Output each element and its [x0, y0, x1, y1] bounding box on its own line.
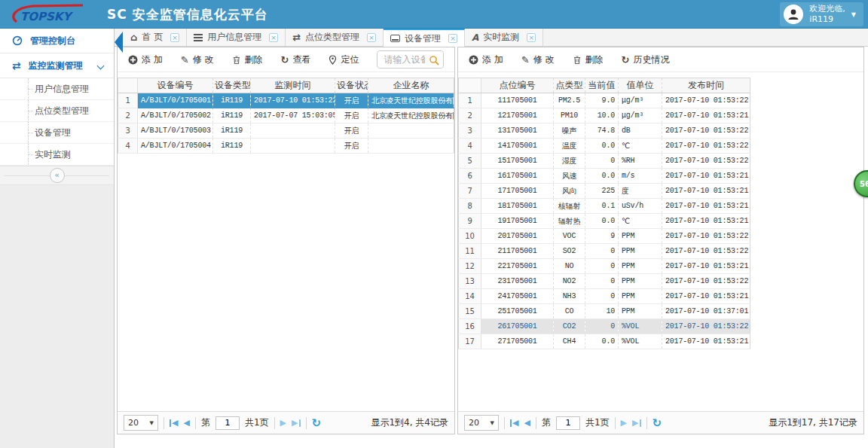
column-header[interactable]: 当前值: [585, 78, 619, 93]
sidebar-item-device[interactable]: 设备管理: [0, 122, 114, 144]
divider: [504, 417, 505, 429]
table-row[interactable]: 12221705001NO0PPM2017-07-10 01:53:21: [459, 259, 750, 274]
last-page-button[interactable]: ▶: [292, 418, 300, 428]
sidebar-section-console[interactable]: 管理控制台: [0, 29, 114, 53]
table-row[interactable]: 1A/BJLT/0/1705001iR1192017-07-10 01:53:2…: [118, 93, 454, 108]
prev-page-button[interactable]: ◀: [524, 418, 530, 428]
close-icon[interactable]: ×: [170, 33, 179, 42]
table-cell: 开启: [335, 139, 368, 154]
table-cell: 161705001: [481, 169, 554, 184]
next-page-button[interactable]: ▶: [621, 418, 627, 428]
table-cell: PPM: [619, 229, 662, 244]
device-search: [377, 50, 444, 69]
delete-button[interactable]: 删除: [232, 53, 263, 66]
table-row[interactable]: 11211705001SO20PPM2017-07-10 01:53:22: [459, 244, 750, 259]
page-number-input[interactable]: [215, 416, 240, 430]
table-row[interactable]: 16261705001CO20%VOL2017-07-10 01:53:22: [459, 319, 750, 334]
column-header[interactable]: 值单位: [619, 78, 662, 93]
home-icon: ⌂: [130, 32, 137, 43]
dashboard-icon: [12, 35, 23, 46]
button-label: 历史情况: [633, 53, 669, 66]
next-page-button[interactable]: ▶: [280, 418, 286, 428]
table-row[interactable]: 8181705001核辐射0.1uSv/h2017-07-10 01:53:21: [459, 199, 750, 214]
table-row[interactable]: 13231705001NO20PPM2017-07-10 01:53:22: [459, 274, 750, 289]
tab-home[interactable]: ⌂ 首 页 ×: [124, 29, 187, 46]
table-cell: A/BJLT/0/1705002: [138, 108, 213, 123]
table-row[interactable]: 10201705001VOC9PPM2017-07-10 01:53:22: [459, 229, 750, 244]
locate-button[interactable]: 定位: [329, 53, 359, 66]
edit-button[interactable]: ✎ 修 改: [521, 53, 555, 66]
table-row[interactable]: 5151705001湿度0%RH2017-07-10 01:53:22: [459, 154, 750, 169]
history-button[interactable]: ↻ 历史情况: [622, 53, 670, 66]
table-row[interactable]: 14241705001NH30PPM2017-07-10 01:53:21: [459, 289, 750, 304]
first-page-button[interactable]: ◀: [510, 418, 518, 428]
page-size-select[interactable]: 20 ▼: [464, 415, 499, 431]
table-cell: 北京凌天世纪控股股份有限公司: [368, 108, 454, 123]
table-row[interactable]: 3131705001噪声74.8dB2017-07-10 01:53:22: [459, 123, 750, 139]
delete-button[interactable]: 删除: [573, 53, 604, 66]
column-header[interactable]: 点类型: [554, 78, 585, 93]
table-row[interactable]: 6161705001风速0.0m/s2017-07-10 01:53:21: [459, 169, 750, 184]
person-icon: [787, 8, 800, 21]
table-row[interactable]: 15251705001CO10PPM2017-07-10 01:37:01: [459, 304, 750, 319]
page-number-input[interactable]: [556, 416, 580, 430]
sidebar-item-point-type[interactable]: 点位类型管理: [0, 100, 114, 122]
sidebar-item-realtime[interactable]: 实时监测: [0, 144, 114, 166]
table-row[interactable]: 9191705001辐射热0.0℃2017-07-10 01:53:21: [459, 214, 750, 229]
table-cell: 251705001: [481, 304, 554, 319]
prev-page-button[interactable]: ◀: [183, 418, 189, 428]
close-icon[interactable]: ×: [269, 33, 278, 42]
tab-user-info[interactable]: 用户信息管理 ×: [187, 29, 286, 46]
tab-device[interactable]: 设备管理 ×: [384, 29, 465, 47]
close-icon[interactable]: ×: [527, 33, 536, 42]
row-number: 2: [118, 108, 138, 123]
column-header[interactable]: 点位编号: [481, 78, 554, 93]
column-header[interactable]: 发布时间: [662, 78, 750, 93]
table-row[interactable]: 17271705001CH40.0%VOL2017-07-10 01:53:21: [459, 334, 750, 349]
table-row[interactable]: 3A/BJLT/0/1705003iR119开启: [118, 123, 454, 139]
search-icon[interactable]: [429, 55, 439, 66]
plus-circle-icon: [469, 55, 478, 65]
refresh-button[interactable]: ↻: [312, 416, 322, 430]
button-label: 删除: [585, 53, 604, 66]
table-row[interactable]: 4141705001温度0.0℃2017-07-10 01:53:22: [459, 139, 750, 154]
first-page-button[interactable]: ◀: [170, 418, 178, 428]
add-button[interactable]: 添 加: [128, 53, 163, 66]
main-area: ⌂ 首 页 × 用户信息管理 × ⇄ 点位类型管理 × 设备管理 × A 实: [115, 29, 868, 448]
column-header[interactable]: 设备类型: [213, 78, 251, 93]
sidebar-collapse[interactable]: «: [0, 166, 114, 185]
sidebar-item-user-info[interactable]: 用户信息管理: [0, 78, 114, 100]
table-cell: 221705001: [481, 259, 554, 274]
edit-button[interactable]: ✎ 修 改: [181, 53, 214, 66]
caret-down-icon: ▼: [851, 11, 856, 18]
view-button[interactable]: ↻ 查看: [281, 53, 311, 66]
close-icon[interactable]: ×: [367, 33, 376, 42]
tab-point-type[interactable]: ⇄ 点位类型管理 ×: [286, 29, 384, 46]
page-size-select[interactable]: 20 ▼: [124, 415, 158, 431]
sidebar-section-monitor[interactable]: ⇄ 监控监测管理: [0, 53, 114, 78]
column-header[interactable]: 监测时间: [251, 78, 335, 93]
tab-realtime[interactable]: A 实时监测 ×: [465, 29, 543, 46]
last-page-button[interactable]: ▶: [632, 418, 640, 428]
collapse-icon[interactable]: «: [50, 168, 65, 183]
table-cell: 2017-07-10 01:53:22: [662, 139, 750, 154]
table-cell: 开启: [335, 93, 368, 108]
column-header[interactable]: 设备状态: [335, 78, 368, 93]
plus-circle-icon: [128, 55, 138, 65]
add-button[interactable]: 添 加: [469, 53, 503, 66]
table-row[interactable]: 4A/BJLT/0/1705004iR119开启: [118, 139, 454, 154]
table-row[interactable]: 7171705001风向225度2017-07-10 01:53:21: [459, 184, 750, 199]
table-row[interactable]: 2121705001PM1010.0μg/m³2017-07-10 01:53:…: [459, 108, 750, 123]
column-header[interactable]: 设备编号: [138, 78, 213, 93]
sidebar-empty-area: [0, 185, 114, 448]
table-cell: 2017-07-10 01:53:21: [662, 108, 750, 123]
caret-down-icon: ▼: [150, 420, 154, 426]
table-row[interactable]: 2A/BJLT/0/1705002iR1192017-07-07 15:03:0…: [118, 108, 454, 123]
next-page-icon: ▶: [280, 418, 286, 428]
table-row[interactable]: 1111705001PM2.59.0μg/m³2017-07-10 01:53:…: [459, 93, 750, 108]
last-page-icon: ▶: [632, 418, 638, 428]
refresh-button[interactable]: ↻: [653, 416, 662, 430]
column-header[interactable]: 企业名称: [368, 78, 454, 93]
user-menu[interactable]: 欢迎光临, iR119 ▼: [780, 2, 863, 26]
close-icon[interactable]: ×: [448, 34, 457, 43]
